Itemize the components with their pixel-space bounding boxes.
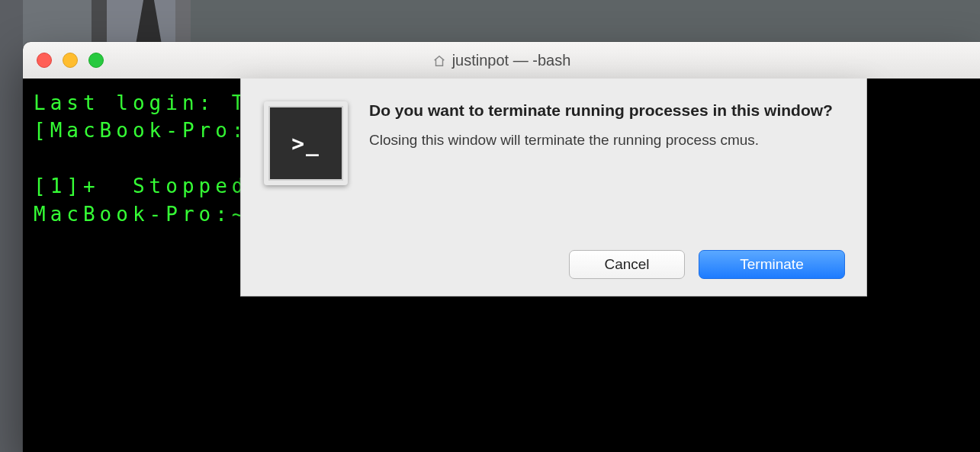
confirm-close-dialog: >_ Do you want to terminate running proc… bbox=[240, 79, 867, 297]
term-line: [1]+ Stopped bbox=[34, 175, 249, 197]
terminal-app-icon: >_ bbox=[264, 101, 348, 185]
window-titlebar[interactable]: justinpot — -bash bbox=[23, 42, 980, 79]
dialog-heading: Do you want to terminate running process… bbox=[369, 101, 843, 120]
cancel-button[interactable]: Cancel bbox=[569, 250, 685, 279]
dialog-button-row: Cancel Terminate bbox=[569, 250, 845, 279]
desktop-background: justinpot — -bash Last login: Tue [MacBo… bbox=[0, 0, 980, 452]
traffic-lights bbox=[37, 53, 104, 68]
window-title: justinpot — -bash bbox=[23, 52, 980, 69]
close-icon[interactable] bbox=[37, 53, 52, 68]
terminal-window: justinpot — -bash Last login: Tue [MacBo… bbox=[23, 42, 980, 452]
window-title-text: justinpot — -bash bbox=[452, 52, 571, 69]
home-icon bbox=[432, 54, 446, 68]
cancel-button-label: Cancel bbox=[604, 256, 649, 273]
terminate-button[interactable]: Terminate bbox=[699, 250, 845, 279]
minimize-icon[interactable] bbox=[63, 53, 78, 68]
dialog-body: Closing this window will terminate the r… bbox=[369, 130, 843, 150]
terminal-prompt-icon: >_ bbox=[291, 131, 320, 156]
zoom-icon[interactable] bbox=[88, 53, 104, 68]
terminate-button-label: Terminate bbox=[740, 256, 803, 273]
